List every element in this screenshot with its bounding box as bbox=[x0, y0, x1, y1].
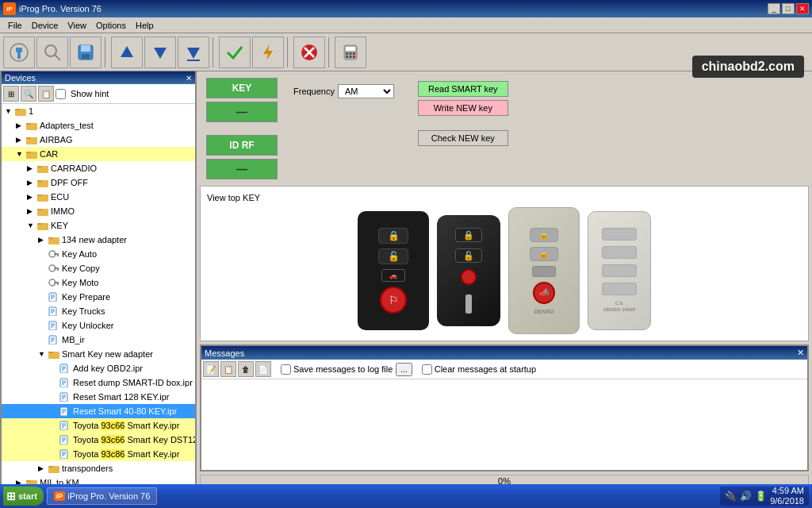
tree-item-label: Add key OBD2.ipr bbox=[73, 364, 143, 373]
tree-item[interactable]: Key Prepare bbox=[2, 290, 195, 304]
taskbar: ⊞ start iP iProg Pro. Version 76 🔌 🔊 🔋 4… bbox=[0, 484, 812, 508]
tree-item[interactable]: ▼CAR bbox=[2, 147, 195, 161]
check-button[interactable] bbox=[219, 37, 251, 68]
key1-btn1: 🔒 bbox=[378, 228, 408, 244]
menu-device[interactable]: Device bbox=[27, 19, 63, 32]
maximize-button[interactable]: □ bbox=[782, 3, 795, 14]
write-new-key-button[interactable]: Write NEW key bbox=[418, 100, 508, 116]
menu-options[interactable]: Options bbox=[91, 19, 131, 32]
start-button[interactable]: ⊞ start bbox=[3, 487, 44, 506]
tree-item[interactable]: ▶DPF OFF bbox=[2, 175, 195, 190]
network-icon: 🔌 bbox=[725, 491, 737, 502]
clear-startup-checkbox[interactable] bbox=[422, 364, 432, 375]
main-area: Devices ✕ ⊞ 🔍 📋 Show hint ▼1▶Adapters_te… bbox=[0, 71, 812, 491]
tree-item[interactable]: MB_ir bbox=[2, 333, 195, 347]
tree-item[interactable]: ▼Smart Key new adapter bbox=[2, 347, 195, 361]
check-new-key-button[interactable]: Check NEW key bbox=[418, 130, 508, 146]
key-image-area: View top KEY 🔒 🔓 🚗 ⚐ bbox=[200, 186, 809, 341]
tree-item[interactable]: ▶ECU bbox=[2, 190, 195, 204]
tree-toolbar: ⊞ 🔍 📋 Show hint bbox=[2, 84, 195, 104]
menu-help[interactable]: Help bbox=[131, 19, 159, 32]
tree-expand-button[interactable]: ⊞ bbox=[3, 86, 19, 102]
tree-copy-button[interactable]: 📋 bbox=[38, 86, 54, 102]
messages-close[interactable]: ✕ bbox=[797, 348, 804, 358]
save-log-label[interactable]: Save messages to log file bbox=[281, 364, 393, 375]
key4-text: C EDENSO 14028 bbox=[603, 301, 635, 314]
tree-item[interactable]: Reset Smart 40-80 KEY.ipr bbox=[2, 404, 195, 418]
clear-startup-label[interactable]: Clear messages at startup bbox=[422, 364, 536, 375]
menu-view[interactable]: View bbox=[63, 19, 91, 32]
msg-btn-3[interactable]: 🗑 bbox=[238, 361, 254, 377]
svg-rect-49 bbox=[57, 269, 59, 271]
key4-btn1 bbox=[602, 228, 637, 241]
tree-item[interactable]: Key Copy bbox=[2, 261, 195, 275]
tree-item[interactable]: Key Trucks bbox=[2, 304, 195, 318]
msg-btn-4[interactable]: 📄 bbox=[255, 361, 271, 377]
key3-btn2: 🔓 bbox=[530, 247, 558, 261]
arrow-up-button[interactable] bbox=[111, 37, 143, 68]
tree-item[interactable]: ▼KEY bbox=[2, 218, 195, 233]
tree-item[interactable]: Add key OBD2.ipr bbox=[2, 361, 195, 375]
connect-button[interactable] bbox=[3, 37, 35, 68]
flash-button[interactable] bbox=[252, 37, 284, 68]
tree-item[interactable]: ▶AIRBAG bbox=[2, 133, 195, 147]
title-controls[interactable]: _ □ ✕ bbox=[768, 3, 809, 14]
svg-rect-37 bbox=[37, 194, 42, 196]
devices-title-bar: Devices ✕ bbox=[2, 71, 195, 84]
tree-item[interactable]: Key Moto bbox=[2, 275, 195, 290]
tree-item[interactable]: ▶Adapters_test bbox=[2, 118, 195, 133]
svg-rect-33 bbox=[37, 166, 42, 167]
tree-item[interactable]: ▼1 bbox=[2, 104, 195, 118]
key-rf-section: KEY — ID RF — bbox=[206, 78, 278, 179]
show-hint-checkbox[interactable] bbox=[56, 89, 66, 99]
key3-logo: DENSO bbox=[534, 309, 554, 314]
key-image-3: 🔒 🔓 📣 DENSO bbox=[508, 207, 580, 334]
tree-item[interactable]: ▶CARRADIO bbox=[2, 161, 195, 175]
search-device-button[interactable] bbox=[36, 37, 68, 68]
tree-container[interactable]: ▼1▶Adapters_test▶AIRBAG▼CAR▶CARRADIO▶DPF… bbox=[2, 104, 195, 489]
tree-search-button[interactable]: 🔍 bbox=[21, 86, 36, 102]
read-smart-key-button[interactable]: Read SMART key bbox=[418, 81, 508, 97]
svg-rect-29 bbox=[26, 137, 31, 139]
panel-close-button[interactable]: ✕ bbox=[186, 74, 192, 83]
svg-point-3 bbox=[45, 45, 56, 56]
msg-btn-2[interactable]: 📋 bbox=[220, 361, 236, 377]
minimize-button[interactable]: _ bbox=[768, 3, 780, 14]
save-button[interactable] bbox=[70, 37, 102, 68]
close-button[interactable]: ✕ bbox=[796, 3, 809, 14]
msg-btn-1[interactable]: 📝 bbox=[203, 361, 219, 377]
key-image-4: C EDENSO 14028 bbox=[588, 211, 651, 330]
tree-item-label: Toyota 93c86 Smart Key.ipr bbox=[73, 449, 179, 459]
browse-log-button[interactable]: ... bbox=[396, 363, 412, 376]
show-hint-label[interactable]: Show hint bbox=[71, 89, 109, 98]
tree-item[interactable]: Toyota 93c86 Smart Key.ipr bbox=[2, 447, 195, 461]
tree-item[interactable]: ▶IMMO bbox=[2, 204, 195, 218]
tree-item[interactable]: Toyota 93c66 Smart Key.ipr bbox=[2, 418, 195, 433]
svg-rect-52 bbox=[57, 283, 59, 285]
tree-item[interactable]: Reset dump SMART-ID box.ipr bbox=[2, 375, 195, 390]
frequency-select[interactable]: AM FM 315MHz 433MHz bbox=[338, 84, 394, 98]
arrow-down-button[interactable] bbox=[144, 37, 176, 68]
tree-item[interactable]: Toyota 93c66 Smart Key DST128.ipr bbox=[2, 433, 195, 447]
tree-item[interactable]: Key Auto bbox=[2, 247, 195, 261]
svg-rect-41 bbox=[37, 223, 42, 225]
tree-item[interactable]: Reset Smart 128 KEY.ipr bbox=[2, 390, 195, 404]
system-time: 4:59 AM 9/6/2018 bbox=[770, 486, 804, 506]
svg-marker-10 bbox=[187, 48, 200, 59]
tree-item[interactable]: Key Unlocker bbox=[2, 318, 195, 333]
taskbar-app-iprog[interactable]: iP iProg Pro. Version 76 bbox=[47, 487, 157, 505]
tree-item-label: Key Trucks bbox=[62, 306, 105, 316]
cancel-button[interactable] bbox=[293, 37, 325, 68]
window-title: iProg Pro. Version 76 bbox=[19, 4, 102, 13]
menu-file[interactable]: File bbox=[3, 19, 27, 32]
save-log-checkbox[interactable] bbox=[281, 364, 291, 375]
key-image-1: 🔒 🔓 🚗 ⚐ bbox=[358, 211, 429, 330]
key4-btn2 bbox=[602, 246, 637, 259]
tree-item-label: DPF OFF bbox=[51, 178, 88, 187]
svg-rect-43 bbox=[48, 237, 53, 239]
tree-item[interactable]: ▶transponders bbox=[2, 461, 195, 475]
key4-btn4 bbox=[602, 283, 637, 295]
calc-button[interactable] bbox=[335, 37, 366, 68]
tree-item[interactable]: ▶134 new adapter bbox=[2, 233, 195, 247]
arrow-down2-button[interactable] bbox=[178, 37, 209, 68]
